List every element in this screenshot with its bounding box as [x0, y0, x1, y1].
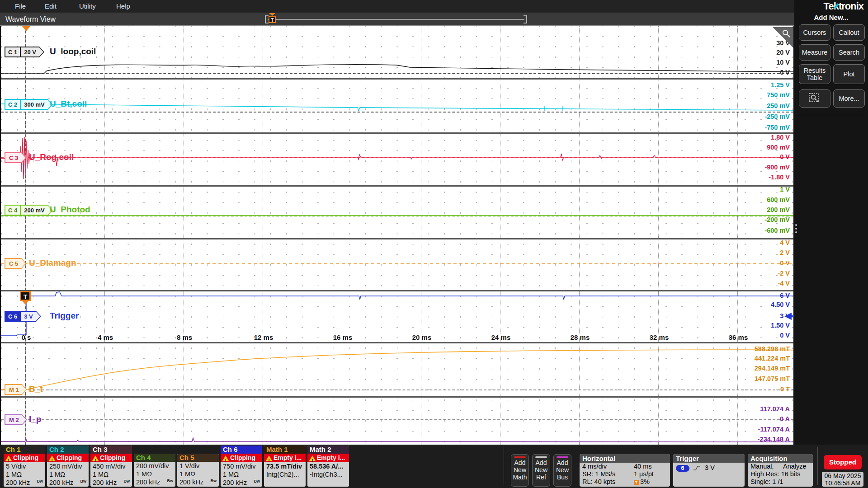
trigger-panel[interactable]: Trigger 6 3 V	[673, 454, 745, 487]
math2-badge[interactable]: M 2	[5, 414, 27, 425]
results-table-button[interactable]: Results Table	[799, 64, 830, 84]
horizontal-title: Horizontal	[580, 454, 670, 463]
math2-trace	[1, 396, 793, 445]
bandwidth-tag: Bw	[167, 477, 174, 485]
ch6-trace	[1, 290, 793, 342]
math1-config-title: Math 1	[264, 446, 306, 454]
ch4-axis-label: 600 mV	[767, 196, 790, 203]
record-trigger-icon[interactable]: T	[269, 16, 276, 23]
time-label: 0 s	[22, 333, 31, 341]
ch6-config-badge[interactable]: Ch 6 !Clipping 750 mV/div 1 MΩ 200 kHzBw	[221, 446, 262, 487]
panel-splitter-handle[interactable]	[795, 222, 797, 238]
menu-file[interactable]: File	[15, 0, 26, 13]
ch1-badge[interactable]: C 120 V	[5, 47, 44, 57]
menu-utility[interactable]: Utility	[79, 0, 96, 13]
ch5-axis-label: -4 V	[778, 280, 790, 287]
ch5-axis-label: 2 V	[780, 249, 790, 256]
tektronix-logo: Tektronix	[791, 0, 863, 12]
ref-color-line	[535, 456, 547, 458]
math2-config-badge[interactable]: Math 2 !Empty i... 58.536 A/... -Intg(Ch…	[307, 446, 349, 487]
ch4-axis-label: 1 V	[780, 186, 790, 193]
ch1-axis-label: 20 V	[776, 49, 790, 56]
horizontal-panel[interactable]: Horizontal 4 ms/div40 ms SR: 1 MS/s1 µs/…	[580, 454, 670, 487]
oscilloscope-screen: File Edit Utility Help Tektronix Wavefor…	[0, 0, 868, 488]
time-label: 24 ms	[491, 333, 511, 341]
time-label: 8 ms	[177, 333, 192, 341]
record-bracket-right[interactable]	[524, 15, 527, 23]
trigger-position-marker-icon[interactable]	[22, 26, 30, 31]
ch5-config-badge[interactable]: Ch 5 1 V/div 1 MΩ 200 kHzBw	[177, 454, 219, 487]
math2-badge-id: M 2	[5, 415, 26, 424]
ch4-config-badge[interactable]: Ch 4 200 mV/div 1 MΩ 200 kHzBw	[134, 454, 175, 487]
ch3-axis-label: -1.80 V	[769, 174, 790, 181]
math2-axis-label: 117.074 A	[760, 405, 790, 413]
run-stop-status-button[interactable]: Stopped	[824, 455, 862, 469]
math1-config-badge[interactable]: Math 1 !Empty i... 73.5 mT/div Intg(Ch2)…	[264, 446, 306, 487]
zoom-select-button[interactable]	[799, 89, 830, 108]
plot-button[interactable]: Plot	[833, 64, 865, 84]
ch2-axis-label: 1.25 V	[771, 81, 790, 89]
time-label: 20 ms	[412, 333, 432, 341]
warning-icon: !	[49, 455, 55, 461]
ch2-label: U_Bt,coil	[50, 99, 87, 109]
add-new-math-button[interactable]: AddNewMath	[511, 454, 529, 487]
math1-badge[interactable]: M 1	[5, 384, 27, 395]
ch3-axis-label: 0 V	[780, 153, 790, 160]
add-new-bus-button[interactable]: AddNewBus	[553, 454, 571, 487]
menu-edit[interactable]: Edit	[45, 0, 57, 13]
trigger-title: Trigger	[673, 454, 745, 463]
acquisition-panel[interactable]: Acquisition Manual,Analyze High Res: 16 …	[748, 454, 813, 487]
gridline	[342, 26, 342, 445]
menu-help[interactable]: Help	[116, 0, 130, 13]
ch5-config-title: Ch 5	[177, 454, 219, 462]
callout-button[interactable]: Callout	[833, 24, 865, 41]
math2-alert-text: Empty i...	[317, 454, 345, 462]
view-title: Waveform View	[5, 13, 56, 26]
zoom-corner-button[interactable]	[773, 27, 793, 48]
trigger-source-icon[interactable]: T	[20, 291, 31, 301]
record-bracket-left[interactable]	[265, 15, 269, 23]
bandwidth-tag: Bw	[37, 477, 43, 485]
measure-button[interactable]: Measure	[799, 44, 830, 61]
ch5-badge[interactable]: C 5	[5, 258, 26, 269]
ch1-badge-id: C 1	[5, 47, 20, 56]
record-line	[268, 19, 524, 20]
slice-separator	[1, 290, 793, 291]
trigger-level-value: 3 V	[705, 464, 715, 471]
math2-axis-label: 0 A	[780, 415, 790, 422]
gridline	[737, 26, 738, 445]
ch2-badge-id: C 2	[5, 100, 20, 109]
cursors-button[interactable]: Cursors	[799, 24, 830, 41]
record-view-strip[interactable]: T	[265, 13, 527, 26]
ch1-axis-label: 0 V	[780, 69, 790, 76]
ch4-config-title: Ch 4	[134, 454, 175, 462]
datetime-display: 06 May 2025 10:46:58 AM	[822, 472, 863, 487]
more-button[interactable]: More...	[833, 89, 865, 108]
math2-zero-line	[1, 419, 793, 420]
ch2-clipping-text: Clipping	[57, 454, 82, 462]
ch6-badge[interactable]: C 63 V	[5, 311, 41, 322]
bandwidth-tag: Bw	[254, 477, 260, 485]
math2-axis-label: -117.074 A	[758, 426, 790, 433]
gridline	[579, 26, 580, 445]
trigger-level-arrow-icon[interactable]	[784, 313, 792, 320]
gridline	[263, 26, 263, 445]
waveform-plot[interactable]: C 120 V U_loop,coil 30 V 20 V 10 V 0 V C…	[1, 26, 793, 445]
ch1-config-badge[interactable]: Ch 1 !Clipping 5 V/div 1 MΩ 200 kHzBw	[4, 446, 45, 487]
math2-axis-label: -234.148 A	[758, 436, 790, 443]
ch3-config-badge[interactable]: Ch 3 !Clipping 450 mV/div 1 MΩ 200 kHzBw	[90, 446, 132, 487]
ch2-config-badge[interactable]: Ch 2 !Clipping 250 mV/div 1 MΩ 200 kHzBw	[47, 446, 89, 487]
search-button[interactable]: Search	[833, 44, 865, 61]
ch2-badge[interactable]: C 2300 mV	[5, 99, 53, 110]
math1-axis-label: 441.224 mT	[755, 355, 790, 362]
ch2-axis-label: 250 mV	[767, 102, 790, 109]
slice-separator	[1, 132, 793, 134]
slice-separator	[1, 238, 793, 239]
ch5-axis-label: 0 V	[780, 259, 790, 267]
math1-badge-id: M 1	[5, 385, 26, 394]
ch6-config-title: Ch 6	[221, 446, 262, 454]
add-new-ref-button[interactable]: AddNewRef	[532, 454, 550, 487]
ch4-badge[interactable]: C 4200 mV	[5, 205, 53, 216]
bandwidth-tag: Bw	[80, 477, 87, 485]
ch3-badge[interactable]: C 3	[5, 152, 26, 163]
